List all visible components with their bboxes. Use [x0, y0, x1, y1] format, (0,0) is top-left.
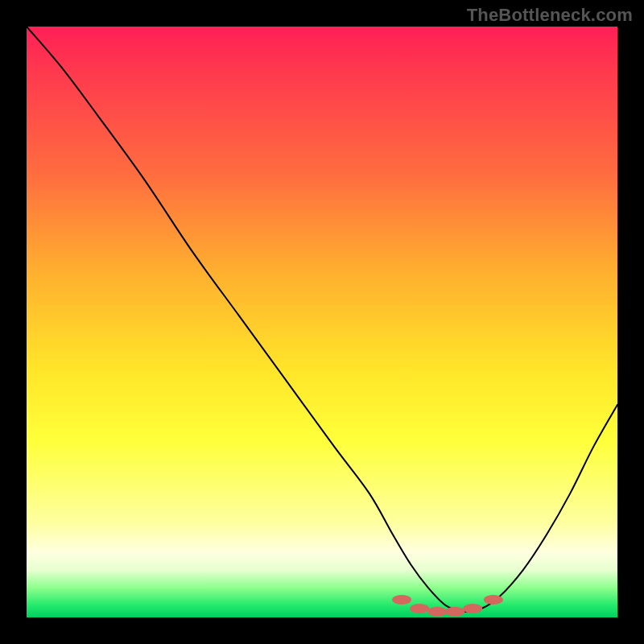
- curve-layer: [27, 27, 617, 617]
- balanced-marker: [463, 604, 482, 613]
- bottleneck-curve: [27, 27, 617, 612]
- balanced-marker: [427, 607, 447, 617]
- chart-frame: TheBottleneck.com: [0, 0, 644, 644]
- balanced-marker: [445, 607, 464, 617]
- plot-area: [27, 27, 617, 617]
- watermark-text: TheBottleneck.com: [467, 5, 633, 26]
- balanced-marker: [484, 595, 503, 605]
- balanced-marker: [410, 604, 429, 613]
- balanced-marker: [392, 595, 411, 605]
